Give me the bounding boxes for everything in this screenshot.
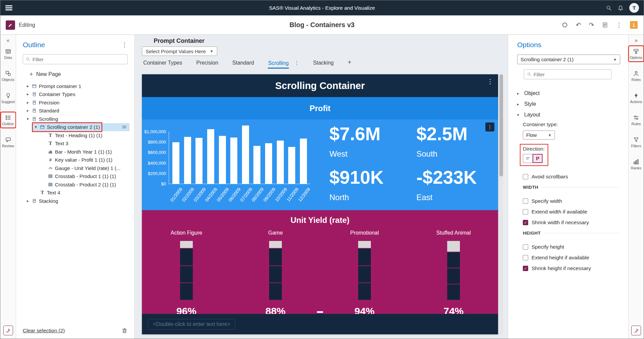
tree-item[interactable]: ▸Standard bbox=[16, 107, 134, 115]
checkbox-specify-height[interactable]: Specify height bbox=[523, 244, 628, 250]
refresh-status-icon[interactable] bbox=[562, 22, 568, 28]
options-filter-input[interactable] bbox=[534, 72, 609, 77]
tree-item[interactable]: ▾Scrolling bbox=[16, 115, 134, 123]
tree-item[interactable]: Crosstab - Product 2 (1) (1) bbox=[16, 180, 134, 189]
tree-item[interactable]: TText 4 bbox=[16, 189, 134, 197]
rail-item-review[interactable]: Review bbox=[1, 135, 15, 150]
tree-toggle-icon[interactable]: ▾ bbox=[33, 125, 39, 129]
tab-standard[interactable]: Standard bbox=[232, 59, 254, 69]
rail-item-objects[interactable]: Objects bbox=[1, 68, 15, 83]
checkbox[interactable] bbox=[523, 255, 528, 260]
scrollbar-thumb[interactable] bbox=[499, 74, 503, 176]
text-placeholder[interactable]: <Double-click to enter text here> bbox=[148, 319, 235, 330]
resize-handle[interactable] bbox=[317, 311, 323, 313]
container-menu-icon[interactable]: ⋮ bbox=[487, 78, 493, 85]
tree-item[interactable]: ▸Stacking bbox=[16, 197, 134, 205]
delete-icon[interactable] bbox=[122, 328, 128, 334]
rail-item-ranks[interactable]: Ranks bbox=[629, 157, 643, 172]
footer-text-object[interactable]: <Double-click to enter text here> bbox=[142, 314, 498, 334]
pin-panel-button[interactable] bbox=[3, 326, 13, 335]
rail-item-outline[interactable]: Outline bbox=[1, 112, 15, 128]
tree-toggle-icon[interactable]: ▸ bbox=[25, 84, 31, 88]
alert-count-badge[interactable]: 1 bbox=[630, 21, 638, 29]
checkbox-extend-height-if-available[interactable]: Extend height if available bbox=[523, 254, 628, 261]
checkbox-shrink-height-if-necessary[interactable]: ✓Shrink height if necessary bbox=[523, 265, 628, 272]
profit-chart-section[interactable]: ⋮ $1,000,000$800,000$600,000$400,000$200… bbox=[142, 119, 498, 210]
checkbox[interactable] bbox=[523, 209, 528, 215]
direction-vertical-button[interactable] bbox=[533, 154, 543, 163]
outline-filter-input[interactable] bbox=[32, 57, 125, 62]
more-options-icon[interactable]: ⋮ bbox=[616, 22, 622, 28]
tree-item[interactable]: ▸Precision bbox=[16, 98, 134, 107]
rail-item-data[interactable]: Data bbox=[1, 46, 15, 61]
checkbox-specify-width[interactable]: Specify width bbox=[523, 198, 628, 204]
checkbox[interactable] bbox=[523, 244, 528, 250]
checkbox[interactable]: ✓ bbox=[523, 266, 528, 271]
key-value[interactable]: $910KNorth bbox=[329, 168, 413, 202]
rail-item-roles[interactable]: Roles bbox=[629, 68, 643, 83]
outline-menu-icon[interactable]: ⋮ bbox=[122, 42, 128, 48]
undo-icon[interactable]: ↶ bbox=[576, 22, 581, 28]
checkbox[interactable]: ✓ bbox=[523, 220, 528, 225]
options-group-style[interactable]: ▸Style bbox=[517, 99, 628, 109]
tree-item[interactable]: Gauge - Unit Yield (rate) 1 (... bbox=[16, 164, 134, 172]
chart-menu-icon[interactable]: ⋮ bbox=[485, 122, 494, 132]
tree-item[interactable]: TText 3 bbox=[16, 140, 134, 148]
container-type-dropdown[interactable]: Flow ▼ bbox=[523, 131, 555, 140]
gauge[interactable]: Game88% bbox=[231, 230, 320, 314]
checkbox-shrink-width-if-necessary[interactable]: ✓Shrink width if necessary bbox=[523, 219, 628, 226]
expand-panel-icon[interactable]: » bbox=[629, 35, 644, 46]
tree-item[interactable]: TText - Heading (1) (1) bbox=[16, 131, 134, 140]
rail-item-options[interactable]: Options bbox=[629, 46, 643, 61]
tab-menu-icon[interactable]: ⋮ bbox=[294, 60, 299, 69]
checkbox[interactable] bbox=[523, 198, 528, 204]
bar-plot bbox=[169, 132, 310, 184]
checkbox-avoid-scrollbars[interactable]: Avoid scrollbars bbox=[523, 173, 628, 180]
canvas-scrollbar[interactable] bbox=[499, 74, 503, 334]
collapse-panel-icon[interactable]: « bbox=[0, 35, 16, 46]
tree-toggle-icon[interactable]: ▾ bbox=[25, 117, 31, 121]
gauge[interactable]: Promotional94% bbox=[320, 230, 409, 314]
add-tab-button[interactable]: + bbox=[347, 57, 352, 69]
options-group-object[interactable]: ▸Object bbox=[517, 88, 628, 99]
tree-item[interactable]: Bar - Month Year 1 (1) (1) bbox=[16, 148, 134, 156]
pin-panel-button[interactable] bbox=[631, 326, 641, 335]
tree-toggle-icon[interactable]: ▸ bbox=[25, 199, 31, 203]
object-selector-dropdown[interactable]: Scrolling container 2 (1) ▼ bbox=[517, 55, 620, 64]
rail-item-filters[interactable]: Filters bbox=[629, 135, 643, 150]
tree-toggle-icon[interactable]: ▸ bbox=[25, 92, 31, 96]
tab-stacking[interactable]: Stacking bbox=[313, 59, 334, 69]
clear-selection-link[interactable]: Clear selection (2) bbox=[23, 328, 65, 334]
key-value[interactable]: $7.6MWest bbox=[329, 124, 413, 158]
checkbox-extend-width-if-available[interactable]: Extend width if available bbox=[523, 208, 628, 215]
search-icon[interactable] bbox=[606, 5, 612, 11]
tab-container-types[interactable]: Container Types bbox=[143, 59, 182, 69]
key-value[interactable]: -$233KEast bbox=[416, 168, 500, 202]
redo-icon[interactable]: ↷ bbox=[589, 22, 594, 28]
direction-horizontal-button[interactable] bbox=[523, 154, 533, 163]
tree-toggle-icon[interactable]: ▸ bbox=[25, 100, 31, 105]
avatar[interactable]: T bbox=[629, 3, 639, 13]
rail-item-actions[interactable]: Actions bbox=[629, 90, 643, 105]
gauge[interactable]: Stuffed Animal74% bbox=[409, 230, 498, 314]
rail-item-suggest[interactable]: Suggest bbox=[1, 90, 15, 105]
notifications-bell-icon[interactable] bbox=[618, 5, 624, 11]
prompt-values-dropdown[interactable]: Select Prompt Values Here ▼ bbox=[142, 47, 217, 56]
gauge[interactable]: Action Figure96% bbox=[142, 230, 231, 314]
gauge-section[interactable]: Unit Yield (rate) Action Figure96%Game88… bbox=[142, 210, 498, 314]
tree-item[interactable]: #Key value - Profit 1 (1) (1) bbox=[16, 156, 134, 164]
checkbox[interactable] bbox=[523, 174, 528, 179]
drag-handle-icon[interactable] bbox=[122, 124, 127, 130]
tree-item[interactable]: ▾Scrolling container 2 (1) bbox=[16, 123, 134, 132]
rail-item-rules[interactable]: Rules bbox=[629, 112, 643, 128]
options-group-layout[interactable]: ▾Layout bbox=[517, 109, 628, 120]
tree-item[interactable]: ▸Container Types bbox=[16, 90, 134, 99]
new-page-button[interactable]: + New Page bbox=[29, 71, 128, 77]
tree-toggle-icon[interactable]: ▸ bbox=[25, 108, 31, 113]
tree-item[interactable]: Crosstab - Product 1 (1) (1) bbox=[16, 172, 134, 181]
report-view-icon[interactable] bbox=[602, 22, 608, 28]
tab-precision[interactable]: Precision bbox=[196, 59, 219, 69]
tree-item[interactable]: ▸Prompt container 1 bbox=[16, 82, 134, 90]
scrolling-container-object[interactable]: Scrolling Container ⋮ Profit ⋮ $1,000,00… bbox=[142, 74, 498, 334]
tab-scrolling[interactable]: Scrolling bbox=[268, 59, 289, 69]
